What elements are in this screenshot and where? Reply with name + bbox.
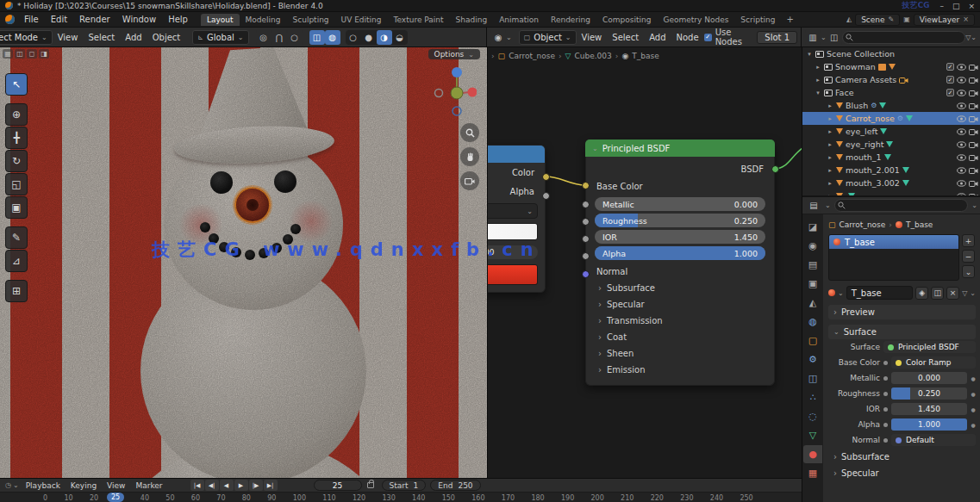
workspace-tab[interactable]: Modeling <box>240 14 287 26</box>
properties-tab[interactable]: ▽ <box>803 426 822 444</box>
color-ramp-header[interactable] <box>487 146 545 163</box>
workspace-tab[interactable]: Texture Paint <box>388 14 450 26</box>
ramp-position-field[interactable]: 0.500 <box>487 245 538 259</box>
property-field[interactable]: Color Ramp <box>891 356 976 369</box>
menubar-item[interactable]: Help <box>162 14 194 25</box>
rendered-shading-button[interactable]: ◒ <box>392 30 408 45</box>
menubar-item[interactable]: Edit <box>45 14 73 25</box>
new-material-button[interactable]: ◫ <box>931 287 944 300</box>
outliner-type-icon[interactable]: ▥ <box>805 30 821 45</box>
snap-magnet-button[interactable]: ⋂ <box>272 30 287 45</box>
shader-menu-item[interactable]: Select <box>607 33 644 42</box>
workspace-tab[interactable]: Animation <box>493 14 545 26</box>
node-section-collapsed[interactable]: Emission <box>586 362 774 378</box>
exclude-checkbox[interactable]: ✓ <box>946 89 954 96</box>
property-field[interactable]: 1.000 <box>891 418 967 431</box>
properties-tab[interactable]: ◉ <box>803 237 822 255</box>
property-row[interactable]: IOR 1.450 ● <box>828 401 976 417</box>
animate-dot[interactable]: ● <box>971 422 976 428</box>
timeline-menu-item[interactable]: Keying <box>66 481 102 490</box>
node-slider[interactable]: Metallic 0.000 <box>595 197 765 211</box>
property-field[interactable]: 0.250 <box>891 387 967 400</box>
menubar-item[interactable]: File <box>18 14 45 25</box>
disable-render-icon[interactable] <box>969 90 978 96</box>
workspace-tab[interactable]: Scripting <box>734 14 781 26</box>
outliner-row[interactable]: ▸ eye_right ⚙ ✓ <box>802 138 980 151</box>
property-row[interactable]: Metallic 0.000 ● <box>828 370 976 386</box>
outliner-search-input[interactable] <box>842 31 965 44</box>
animate-dot[interactable]: ● <box>971 375 976 381</box>
disable-render-icon[interactable] <box>969 154 978 161</box>
disable-render-icon[interactable] <box>969 141 978 148</box>
shader-menu-item[interactable]: Node <box>671 33 704 42</box>
viewport-corner-icons[interactable]: ▦◫◻◨ <box>3 49 49 59</box>
animate-dot[interactable]: ● <box>971 391 976 397</box>
node-tree-icon[interactable]: ▽ <box>962 289 967 297</box>
outliner-row[interactable]: ▸ Blush ⚙ ✓ <box>802 99 980 112</box>
properties-tab[interactable]: ◪ <box>803 218 822 236</box>
disable-render-icon[interactable] <box>969 128 978 135</box>
viewport-tool-button[interactable]: ↖ <box>5 73 28 96</box>
playback-button[interactable]: |▶ <box>249 480 263 491</box>
node-section-collapsed[interactable]: Subsurface <box>586 280 774 296</box>
display-mode-icon[interactable]: ◫ <box>827 30 842 45</box>
menubar-item[interactable]: Render <box>73 14 116 25</box>
material-slot-list[interactable]: T_base <box>828 234 959 281</box>
metallic-socket[interactable] <box>582 201 590 208</box>
viewport-menu-item[interactable]: Add <box>120 33 147 42</box>
bsdf-output-socket[interactable] <box>771 165 779 173</box>
playback-button[interactable]: ◀| <box>205 480 219 491</box>
current-frame-field[interactable]: 25 <box>314 480 362 491</box>
animate-dot[interactable]: ● <box>971 406 976 412</box>
outliner-row[interactable]: ▾ Scene Collection ⚙ ✓ <box>802 47 980 60</box>
shader-type-dropdown[interactable]: ▢ Object⌄ <box>519 30 577 45</box>
workspace-tab[interactable]: Geometry Nodes <box>657 14 734 26</box>
use-nodes-checkbox[interactable]: ✓ <box>704 34 712 41</box>
outliner[interactable]: ▾ Scene Collection ⚙ ✓ ▸ <box>802 47 980 195</box>
disable-render-icon[interactable] <box>969 167 978 174</box>
viewport-tool-button[interactable]: ↻ <box>5 150 28 172</box>
zoom-tool-icon[interactable] <box>460 123 479 142</box>
collapsed-panel-header[interactable]: Specular <box>828 466 976 480</box>
node-slider[interactable]: IOR 1.450 <box>595 230 765 244</box>
viewport-tool-button[interactable]: ╋ <box>5 127 28 149</box>
properties-tab[interactable]: ● <box>803 445 822 463</box>
hide-eye-icon[interactable] <box>957 90 966 96</box>
hide-eye-icon[interactable] <box>957 154 966 161</box>
workspace-tab[interactable]: Compositing <box>596 14 657 26</box>
hide-eye-icon[interactable] <box>957 77 966 84</box>
viewport-tool-button[interactable]: ▣ <box>5 196 28 219</box>
exclude-checkbox[interactable]: ✓ <box>946 76 954 84</box>
shader-menu-item[interactable]: View <box>577 33 608 42</box>
ramp-stop-color-swatch[interactable] <box>487 264 538 285</box>
timeline-menu-item[interactable]: View <box>102 481 130 490</box>
hide-eye-icon[interactable] <box>957 115 966 122</box>
add-workspace-button[interactable]: + <box>781 13 798 26</box>
timeline-menu-item[interactable]: Marker <box>130 481 167 490</box>
disable-render-icon[interactable] <box>969 180 978 187</box>
properties-tab[interactable]: ◌ <box>803 407 822 425</box>
snowman-carrot-nose-selected[interactable] <box>234 187 271 223</box>
frame-end-field[interactable]: End250 <box>430 480 480 491</box>
maximize-button[interactable]: □ <box>952 2 960 10</box>
add-slot-button[interactable]: + <box>962 234 975 247</box>
navigation-gizmo[interactable] <box>432 66 477 118</box>
properties-type-icon[interactable]: ▤ <box>806 198 821 213</box>
workspace-tab[interactable]: Shading <box>450 14 494 26</box>
base-color-socket[interactable] <box>582 182 590 189</box>
material-name-field[interactable]: T_base <box>846 286 913 300</box>
properties-tab[interactable]: ◭ <box>803 294 822 312</box>
slot-specials-button[interactable]: ⌄ <box>962 265 975 278</box>
menubar-item[interactable]: Window <box>116 14 162 25</box>
properties-tab[interactable]: ∴ <box>803 388 822 406</box>
ramp-color-socket[interactable] <box>542 173 550 181</box>
node-section-collapsed[interactable]: Specular <box>586 296 774 313</box>
properties-tab[interactable]: ▤ <box>803 256 822 274</box>
viewport-tool-button[interactable]: ⊿ <box>5 250 28 272</box>
blender-menu-icon[interactable] <box>5 15 15 24</box>
lock-icon[interactable] <box>367 482 374 488</box>
property-row[interactable]: Base Color Color Ramp ● <box>828 355 976 370</box>
outliner-row[interactable]: ▸ Carrot_nose ⚙ ✓ <box>802 112 980 125</box>
collapse-icon[interactable]: ⌄ <box>592 145 598 152</box>
viewport-menu-item[interactable]: Object <box>147 33 186 42</box>
